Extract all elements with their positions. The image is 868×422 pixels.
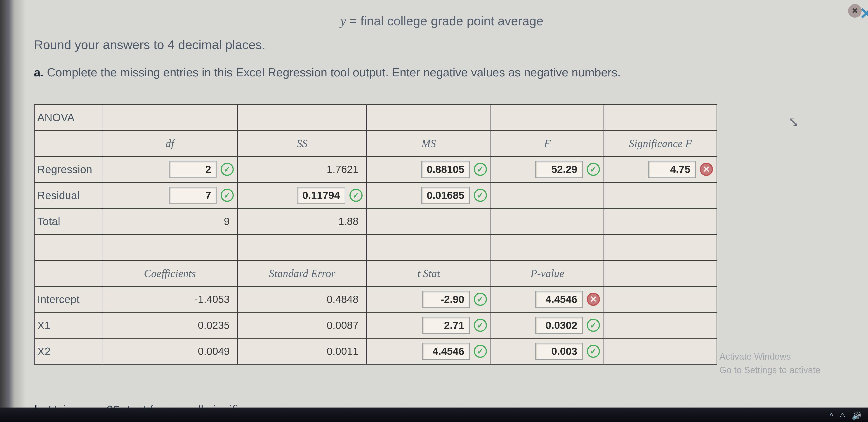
- anova-title: ANOVA: [34, 104, 102, 130]
- col-coef: Coefficients: [102, 261, 238, 287]
- check-icon: ✓: [474, 163, 487, 176]
- total-df: 9: [224, 215, 234, 228]
- intercept-label: Intercept: [34, 287, 102, 312]
- check-icon: ✓: [221, 163, 234, 176]
- row-residual: Residual 7✓ 0.11794✓ 0.01685✓: [34, 182, 717, 208]
- equation-text: = final college grade point average: [346, 14, 544, 28]
- residual-ss-input[interactable]: 0.11794: [297, 187, 345, 204]
- x-icon: ✕: [587, 293, 600, 306]
- watermark-line1: Activate Windows: [719, 350, 820, 363]
- panel-x-icon[interactable]: ✕: [860, 4, 868, 23]
- part-a-instruction: a. Complete the missing entries in this …: [34, 65, 850, 79]
- windows-watermark: Activate Windows Go to Settings to activ…: [719, 350, 820, 377]
- x1-t-input[interactable]: 2.71: [422, 317, 470, 334]
- check-icon: ✓: [221, 189, 234, 202]
- row-total: Total 9 1.88: [34, 208, 717, 234]
- x2-t-input[interactable]: 4.4546: [422, 343, 470, 360]
- round-instruction: Round your answers to 4 decimal places.: [34, 37, 850, 52]
- col-ms: MS: [367, 130, 491, 156]
- tray-wifi-icon[interactable]: ⧋: [839, 411, 846, 420]
- check-icon: ✓: [474, 293, 487, 306]
- row-x2: X2 0.0049 0.0011 4.4546✓ 0.003✓: [34, 338, 717, 364]
- x1-coef: 0.0235: [198, 319, 234, 331]
- regression-label: Regression: [34, 156, 102, 182]
- residual-df-input[interactable]: 7: [169, 187, 217, 204]
- tray-sound-icon[interactable]: 🔊: [852, 411, 861, 420]
- col-pval: P-value: [491, 261, 604, 287]
- regression-ms-input[interactable]: 0.88105: [421, 161, 470, 178]
- x1-label: X1: [34, 312, 102, 338]
- x2-p-input[interactable]: 0.003: [535, 343, 583, 360]
- regression-f-input[interactable]: 52.29: [535, 161, 583, 178]
- intercept-p-input[interactable]: 4.4546: [535, 291, 583, 308]
- part-a-label: a.: [34, 66, 43, 79]
- bezel-left: [0, 0, 26, 422]
- watermark-line2: Go to Settings to activate: [719, 363, 820, 377]
- x-icon: ✕: [700, 163, 713, 176]
- intercept-t-input[interactable]: -2.90: [422, 291, 470, 308]
- check-icon: ✓: [474, 319, 487, 332]
- check-icon: ✓: [474, 189, 487, 202]
- residual-ms-input[interactable]: 0.01685: [421, 187, 470, 204]
- part-a-text: Complete the missing entries in this Exc…: [43, 66, 620, 79]
- equation-line: y = final college grade point average: [34, 13, 850, 28]
- col-tstat: t Stat: [367, 261, 491, 287]
- check-icon: ✓: [587, 163, 600, 176]
- x1-p-input[interactable]: 0.0302: [535, 317, 583, 334]
- regression-sigf-input[interactable]: 4.75: [648, 161, 696, 178]
- equation-y: y: [340, 14, 346, 28]
- tray-caret-icon[interactable]: ^: [830, 411, 833, 420]
- total-ss: 1.88: [338, 215, 363, 228]
- regression-df-input[interactable]: 2: [169, 161, 217, 178]
- system-tray[interactable]: ^ ⧋ 🔊: [830, 411, 861, 420]
- residual-label: Residual: [34, 182, 102, 208]
- intercept-se: 0.4848: [327, 293, 363, 305]
- anova-table: ANOVA df SS MS F Significance F Regressi…: [34, 104, 717, 365]
- check-icon: ✓: [474, 345, 487, 358]
- row-x1: X1 0.0235 0.0087 2.71✓ 0.0302✓: [34, 312, 717, 338]
- check-icon: ✓: [587, 319, 600, 332]
- check-icon: ✓: [587, 345, 600, 358]
- question-content: y = final college grade point average Ro…: [34, 13, 850, 365]
- x2-label: X2: [34, 338, 102, 364]
- col-df: df: [102, 130, 238, 156]
- x2-coef: 0.0049: [198, 345, 234, 357]
- col-se: Standard Error: [238, 261, 367, 287]
- total-label: Total: [34, 208, 102, 234]
- intercept-coef: -1.4053: [194, 293, 234, 305]
- check-icon: ✓: [349, 189, 363, 202]
- row-intercept: Intercept -1.4053 0.4848 -2.90✓ 4.4546✕: [34, 287, 717, 312]
- row-regression: Regression 2✓ 1.7621 0.88105✓ 52.29✓ 4.7…: [34, 156, 717, 182]
- x2-se: 0.0011: [327, 345, 363, 357]
- col-ss: SS: [238, 130, 367, 156]
- regression-ss: 1.7621: [327, 163, 363, 175]
- taskbar[interactable]: ^ ⧋ 🔊: [0, 408, 868, 422]
- x1-se: 0.0087: [327, 319, 363, 331]
- col-sigf: Significance F: [604, 130, 717, 156]
- col-f: F: [491, 130, 604, 156]
